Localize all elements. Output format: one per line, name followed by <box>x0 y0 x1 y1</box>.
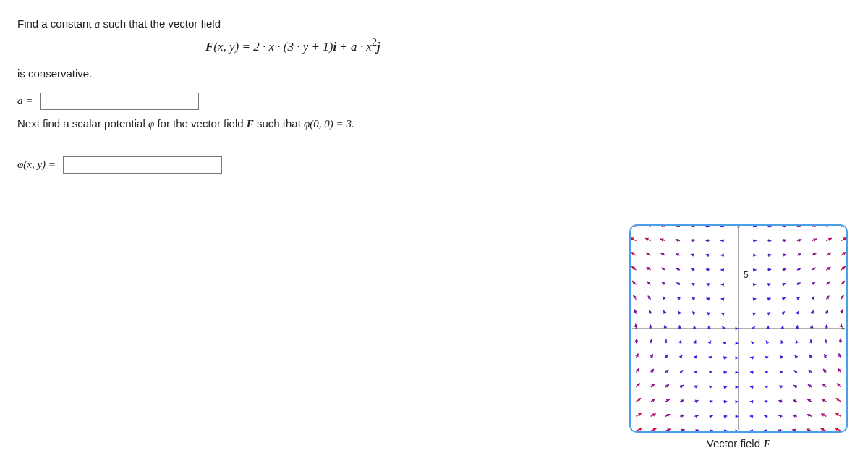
j-vector: j <box>377 40 380 54</box>
eq-plus: + a · x <box>336 40 372 54</box>
answer-phi-row: φ(x, y) = <box>17 156 868 174</box>
phi-condition: φ(0, 0) = 3. <box>304 118 354 130</box>
question-text-1: Find a constant a such that the vector f… <box>17 17 868 30</box>
q1-intro: Find a constant <box>17 17 95 30</box>
q1-tail: such that the vector field <box>100 17 221 30</box>
answer-phi-input[interactable] <box>63 156 222 174</box>
eq-args: (x, y) = 2 · x · (3 · y + 1) <box>213 40 333 54</box>
phi-symbol: φ <box>148 118 154 130</box>
answer-a-row: a = <box>17 93 868 110</box>
question-text-2: Next find a scalar potential φ for the v… <box>17 117 868 130</box>
q2-post1: such that <box>254 117 304 130</box>
F-symbol-2: F <box>247 118 254 130</box>
displayed-equation: F(x, y) = 2 · x · (3 · y + 1)i + a · x2j <box>205 36 868 54</box>
a-label: a = <box>17 95 33 107</box>
q2-pre: Next find a scalar potential <box>17 117 148 130</box>
is-conservative: is conservative. <box>17 67 868 80</box>
F-symbol: F <box>205 40 213 54</box>
answer-a-input[interactable] <box>40 93 199 110</box>
q2-mid: for the vector field <box>154 117 247 130</box>
phi-label: φ(x, y) = <box>17 158 56 171</box>
eq-square: 2 <box>372 36 377 48</box>
